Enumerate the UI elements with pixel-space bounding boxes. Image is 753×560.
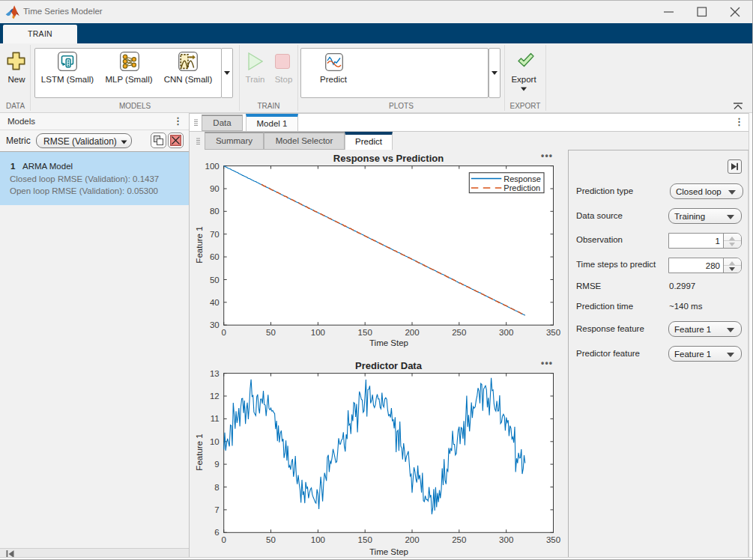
svg-text:200: 200 [405, 535, 419, 544]
svg-text:300: 300 [499, 535, 513, 544]
svg-text:50: 50 [266, 535, 276, 544]
svg-text:13: 13 [210, 369, 220, 378]
svg-text:350: 350 [546, 535, 560, 544]
svg-text:100: 100 [311, 535, 325, 544]
svg-text:9: 9 [214, 460, 219, 469]
svg-text:7: 7 [214, 505, 219, 514]
svg-text:11: 11 [211, 414, 220, 423]
svg-text:150: 150 [358, 535, 372, 544]
svg-text:8: 8 [214, 483, 219, 492]
svg-text:10: 10 [210, 437, 220, 446]
svg-text:0: 0 [221, 535, 226, 544]
svg-text:12: 12 [210, 392, 220, 401]
svg-text:6: 6 [214, 528, 219, 537]
svg-text:250: 250 [452, 535, 466, 544]
